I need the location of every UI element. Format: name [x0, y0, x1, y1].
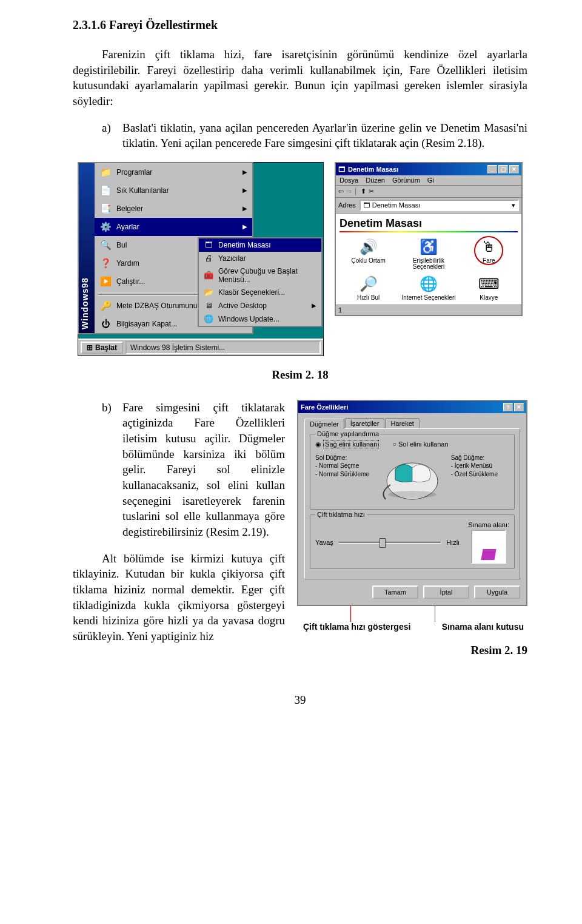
- test-area-box[interactable]: [471, 530, 506, 564]
- control-panel-item[interactable]: ♿Erişilebilirlik Seçenekleri: [400, 237, 457, 271]
- control-panel-titlebar[interactable]: 🗔 Denetim Masası _ ▢ ✕: [336, 163, 521, 175]
- control-panel-header: Denetim Masası: [340, 217, 518, 230]
- up-icon[interactable]: ⬆: [361, 187, 366, 195]
- startmenu-item-label: Programlar: [116, 168, 152, 177]
- submenu-item-label: Yazıcılar: [218, 254, 246, 263]
- menu-item[interactable]: Gi: [427, 177, 434, 184]
- double-click-slider[interactable]: [338, 541, 441, 544]
- cp-item-icon: 🔎: [359, 274, 378, 294]
- cp-item-icon: 🌐: [419, 274, 438, 294]
- startmenu-item-label: Belgeler: [116, 204, 143, 213]
- control-panel-item[interactable]: 🌐Internet Seçenekleri: [400, 274, 457, 302]
- step-b-text: Fare simgesini çift tiklatarak açtiginiz…: [122, 400, 285, 540]
- button-config-legend: Düğme yapılandırma: [315, 430, 381, 437]
- step-a-marker: a): [102, 120, 122, 151]
- startmenu-item-icon: ❓: [99, 257, 112, 269]
- close-icon[interactable]: ✕: [514, 403, 524, 411]
- submenu-item[interactable]: 🗔Denetim Masası: [199, 238, 321, 252]
- control-panel-item[interactable]: 🖱Fare: [460, 237, 518, 271]
- startmenu-item-label: Yardım: [116, 259, 139, 268]
- address-field[interactable]: 🗔 Denetim Masası ▾: [360, 200, 519, 211]
- taskbar-task[interactable]: Windows 98 İşletim Sistemi...: [125, 341, 321, 354]
- chevron-right-icon: ▶: [242, 169, 247, 175]
- back-icon[interactable]: ⇦: [338, 187, 344, 195]
- startmenu-item-icon: ▶️: [99, 275, 112, 288]
- startmenu-sidebar: Windows98: [79, 163, 95, 333]
- settings-submenu: 🗔Denetim Masası🖨Yazıcılar🧰Görev Çubuğu v…: [198, 237, 323, 327]
- cp-item-label: Çoklu Ortam: [352, 258, 386, 265]
- submenu-item-icon: 🖥: [204, 301, 213, 311]
- mouse-properties-dialog: Fare Özellikleri ? ✕ Düğmelerİşaretçiler…: [297, 400, 527, 606]
- double-click-speed-legend: Çift tıklatma hızı: [315, 511, 367, 518]
- radio-right-hand[interactable]: ◉ Sağ elini kullanan: [315, 440, 379, 448]
- cp-item-icon: ♿: [419, 237, 438, 257]
- control-panel-item[interactable]: 🔊Çoklu Ortam: [340, 237, 397, 271]
- control-panel-item[interactable]: 🔎Hızlı Bul: [340, 274, 397, 302]
- submenu-item-icon: 🌐: [204, 314, 213, 324]
- help-icon[interactable]: ?: [503, 403, 513, 411]
- step-a: a) Baslat'i tiklatin, yana açilan pencer…: [102, 120, 527, 151]
- right-button-item2: - Özel Sürükleme: [451, 471, 509, 478]
- forward-icon[interactable]: ⇨: [346, 187, 352, 195]
- control-panel-title: Denetim Masası: [348, 166, 398, 173]
- mouse-dialog-tab[interactable]: Düğmeler: [304, 419, 344, 429]
- menu-item[interactable]: Düzen: [366, 177, 385, 184]
- ok-button[interactable]: Tamam: [372, 585, 418, 599]
- step-b-marker: b): [102, 400, 122, 540]
- apply-button[interactable]: Uygula: [474, 585, 520, 599]
- submenu-item[interactable]: 🖨Yazıcılar: [199, 252, 321, 265]
- cancel-button[interactable]: İptal: [423, 585, 469, 599]
- slider-slow-label: Yavaş: [315, 539, 333, 546]
- intro-paragraph: Farenizin çift tiklama hizi, fare isaret…: [73, 47, 527, 109]
- control-panel-item[interactable]: ⌨Klavye: [460, 274, 518, 302]
- submenu-item[interactable]: 🌐Windows Update...: [199, 312, 321, 326]
- cp-item-label: Hızlı Bul: [357, 295, 380, 302]
- address-label: Adres: [338, 201, 356, 209]
- submenu-item[interactable]: 📂Klasör Seçenekleri...: [199, 286, 321, 299]
- submenu-item[interactable]: 🧰Görev Çubuğu ve Başlat Menüsü...: [199, 265, 321, 286]
- left-button-label: Sol Düğme:: [315, 454, 373, 462]
- svg-point-1: [388, 491, 436, 498]
- submenu-item[interactable]: 🖥Active Desktop▶: [199, 299, 321, 312]
- submenu-item-label: Active Desktop: [218, 302, 267, 310]
- close-icon[interactable]: ✕: [509, 165, 519, 174]
- jack-in-box-icon: [481, 549, 496, 560]
- radio-left-hand[interactable]: ○ Sol elini kullanan: [392, 440, 448, 448]
- startmenu-item[interactable]: 📑Belgeler▶: [95, 200, 252, 218]
- address-value: Denetim Masası: [372, 201, 420, 209]
- startmenu-item[interactable]: 📁Programlar▶: [95, 163, 252, 181]
- startmenu-item-icon: 🔍: [99, 239, 112, 251]
- maximize-icon[interactable]: ▢: [498, 165, 508, 174]
- startmenu-item-icon: ⚙️: [99, 221, 112, 233]
- right-button-label: Sağ Düğme:: [451, 454, 509, 462]
- startmenu-item[interactable]: 📄Sık Kullanılanlar▶: [95, 181, 252, 200]
- menu-item[interactable]: Görünüm: [392, 177, 420, 184]
- startmenu-item-label: Çalıştır...: [116, 277, 145, 286]
- slider-fast-label: Hızlı: [446, 539, 460, 546]
- submenu-item-label: Klasör Seçenekleri...: [218, 288, 285, 297]
- chevron-right-icon: ▶: [242, 205, 247, 212]
- windows-logo-icon: ⊞: [87, 343, 93, 352]
- startmenu-item[interactable]: ⚙️Ayarlar▶: [95, 218, 252, 236]
- chevron-right-icon: ▶: [242, 223, 247, 230]
- minimize-icon[interactable]: _: [487, 165, 497, 174]
- submenu-item-icon: 🗔: [204, 240, 213, 250]
- mouse-dialog-tab[interactable]: Hareket: [385, 418, 420, 428]
- figure-2-18-caption: Resim 2. 18: [73, 368, 527, 382]
- mouse-dialog-tab[interactable]: İşaretçiler: [345, 418, 385, 428]
- cut-icon[interactable]: ✂: [369, 187, 374, 195]
- slider-thumb[interactable]: [380, 538, 386, 548]
- start-button[interactable]: ⊞ Başlat: [81, 342, 123, 354]
- mouse-dialog-title: Fare Özellikleri: [301, 403, 348, 411]
- section-heading: 2.3.1.6 Fareyi Özellestirmek: [73, 18, 527, 32]
- startmenu-item-icon: 🔑: [99, 300, 112, 312]
- submenu-item-icon: 📂: [204, 288, 213, 297]
- menu-item[interactable]: Dosya: [340, 177, 358, 184]
- mouse-dialog-titlebar[interactable]: Fare Özellikleri ? ✕: [298, 401, 526, 413]
- startmenu-item-label: Sık Kullanılanlar: [116, 186, 169, 195]
- page-number: 39: [73, 693, 527, 707]
- figure-2-18: ⊞ Başlat Windows 98 İşletim Sistemi... W…: [73, 162, 527, 356]
- cp-item-label: Klavye: [480, 295, 498, 302]
- chevron-down-icon[interactable]: ▾: [512, 201, 515, 209]
- alt-paragraph: Alt bölümde ise kirmizi kutuya çift tikl…: [73, 551, 285, 644]
